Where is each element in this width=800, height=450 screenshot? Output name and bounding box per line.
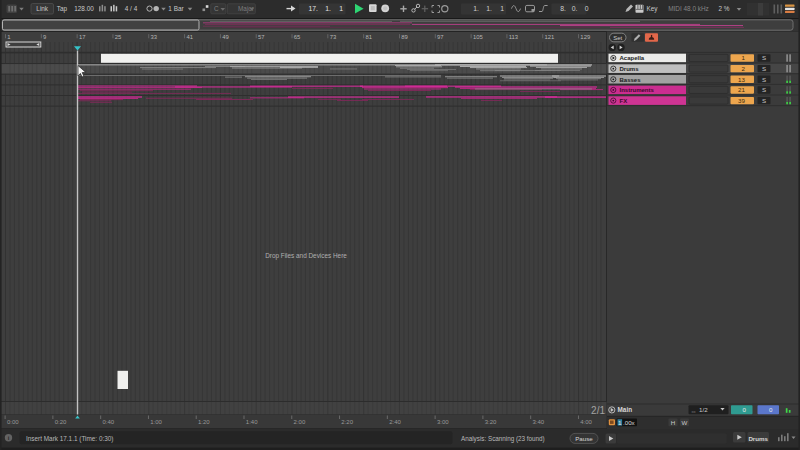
svg-text:1: 1 bbox=[7, 34, 10, 40]
svg-text:17: 17 bbox=[79, 34, 86, 40]
svg-text:65: 65 bbox=[294, 34, 301, 40]
svg-text:Link: Link bbox=[36, 5, 49, 12]
svg-text:C: C bbox=[214, 5, 219, 12]
svg-text:9: 9 bbox=[43, 34, 46, 40]
svg-text:Analysis: Scanning (23 found): Analysis: Scanning (23 found) bbox=[461, 435, 545, 443]
svg-text:2:20: 2:20 bbox=[341, 419, 353, 425]
svg-text:S: S bbox=[762, 86, 766, 93]
svg-text:1: 1 bbox=[618, 419, 622, 426]
svg-text:13: 13 bbox=[738, 76, 745, 83]
svg-text:0:40: 0:40 bbox=[102, 419, 114, 425]
svg-text:3:20: 3:20 bbox=[485, 419, 497, 425]
svg-text:1/2: 1/2 bbox=[699, 406, 708, 413]
svg-text:0: 0 bbox=[743, 406, 747, 413]
svg-text:0:00: 0:00 bbox=[7, 419, 19, 425]
svg-text:41: 41 bbox=[186, 34, 193, 40]
svg-text:2/1: 2/1 bbox=[591, 405, 605, 416]
svg-text:2:00: 2:00 bbox=[294, 419, 306, 425]
svg-text:S: S bbox=[762, 97, 766, 104]
svg-text:81: 81 bbox=[365, 34, 372, 40]
svg-text:2 %: 2 % bbox=[718, 5, 729, 12]
svg-text:48.0 kHz: 48.0 kHz bbox=[684, 5, 709, 12]
svg-text:.00x: .00x bbox=[623, 419, 636, 426]
svg-text:Drums: Drums bbox=[620, 66, 640, 72]
svg-text:„„: „„ bbox=[692, 407, 696, 413]
svg-text:1.: 1. bbox=[486, 5, 492, 12]
svg-text:2: 2 bbox=[742, 65, 746, 72]
svg-text:Key: Key bbox=[646, 5, 658, 13]
svg-text:1:00: 1:00 bbox=[150, 419, 162, 425]
svg-text:3:40: 3:40 bbox=[532, 419, 544, 425]
svg-text:1.: 1. bbox=[325, 5, 331, 12]
svg-text:Drums: Drums bbox=[748, 435, 768, 442]
svg-text:73: 73 bbox=[330, 34, 337, 40]
svg-text:Drop Files and Devices Here: Drop Files and Devices Here bbox=[265, 252, 347, 260]
svg-text:39: 39 bbox=[738, 97, 745, 104]
svg-text:H: H bbox=[671, 419, 675, 426]
svg-text:129: 129 bbox=[580, 34, 590, 40]
svg-text:128.00: 128.00 bbox=[74, 5, 94, 12]
svg-text:2:40: 2:40 bbox=[389, 419, 401, 425]
svg-text:0.: 0. bbox=[572, 5, 578, 12]
svg-text:W: W bbox=[682, 419, 688, 426]
svg-text:4:00: 4:00 bbox=[580, 419, 592, 425]
svg-text:Instruments: Instruments bbox=[620, 87, 655, 93]
svg-text:121: 121 bbox=[545, 34, 555, 40]
svg-text:Pause: Pause bbox=[575, 435, 593, 442]
svg-text:1.: 1. bbox=[473, 5, 479, 12]
svg-text:FX: FX bbox=[620, 98, 628, 104]
svg-text:0: 0 bbox=[585, 5, 589, 12]
svg-text:57: 57 bbox=[258, 34, 265, 40]
svg-text:Set: Set bbox=[613, 35, 622, 41]
svg-text:3:00: 3:00 bbox=[437, 419, 449, 425]
svg-text:1 Bar: 1 Bar bbox=[168, 5, 184, 12]
svg-text:1: 1 bbox=[742, 54, 746, 61]
svg-text:0:20: 0:20 bbox=[55, 419, 67, 425]
svg-text:97: 97 bbox=[437, 34, 444, 40]
svg-text:1: 1 bbox=[339, 5, 343, 12]
svg-text:Tap: Tap bbox=[57, 5, 68, 13]
svg-text:Main: Main bbox=[618, 406, 633, 413]
svg-text:1:20: 1:20 bbox=[198, 419, 210, 425]
svg-text:89: 89 bbox=[401, 34, 408, 40]
svg-text:8.: 8. bbox=[560, 5, 566, 12]
svg-text:0: 0 bbox=[769, 406, 773, 413]
svg-text:105: 105 bbox=[473, 34, 484, 40]
svg-text:Insert Mark 17.1.1 (Time: 0:30: Insert Mark 17.1.1 (Time: 0:30) bbox=[26, 435, 114, 443]
svg-text:4 / 4: 4 / 4 bbox=[125, 5, 138, 12]
svg-text:25: 25 bbox=[115, 34, 122, 40]
svg-text:1: 1 bbox=[500, 5, 504, 12]
svg-text:S: S bbox=[762, 65, 766, 72]
svg-text:1:40: 1:40 bbox=[246, 419, 258, 425]
svg-text:Acapella: Acapella bbox=[620, 55, 645, 61]
svg-text:S: S bbox=[762, 76, 766, 83]
svg-text:MIDI: MIDI bbox=[668, 5, 682, 12]
svg-text:S: S bbox=[762, 54, 766, 61]
svg-text:Basses: Basses bbox=[620, 77, 642, 83]
svg-text:17.: 17. bbox=[309, 5, 319, 12]
svg-text:49: 49 bbox=[222, 34, 229, 40]
svg-text:21: 21 bbox=[738, 86, 745, 93]
svg-text:113: 113 bbox=[509, 34, 519, 40]
svg-text:33: 33 bbox=[151, 34, 158, 40]
